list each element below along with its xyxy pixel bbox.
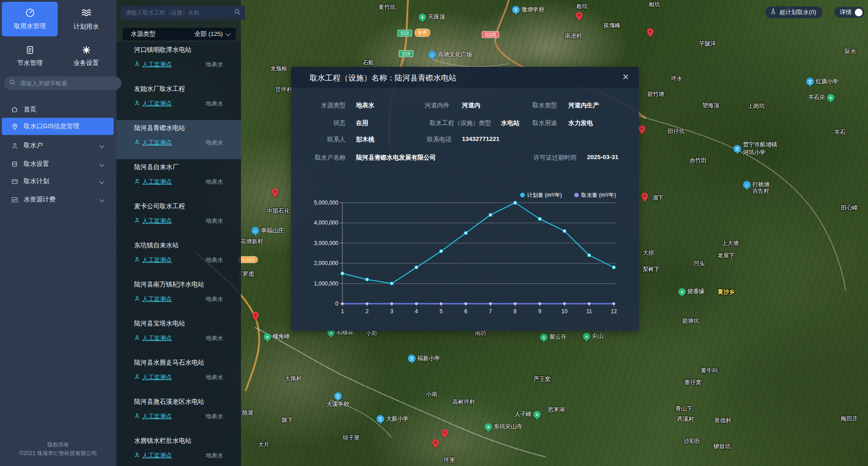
svg-text:2,000,000: 2,000,000: [314, 260, 339, 266]
map-marker-poi[interactable]: 文大溪学校: [326, 392, 349, 408]
manual-monitor-link[interactable]: 人工监测点: [142, 139, 172, 147]
field-value: 河道内生产: [568, 101, 599, 110]
map-marker-poi[interactable]: ⌂打铁塘: [743, 181, 770, 189]
map-pin-red[interactable]: [432, 439, 439, 450]
map-pin-red[interactable]: [639, 125, 646, 136]
station-name: 陆河县青磜水电站: [134, 124, 185, 132]
map-pin-red[interactable]: [642, 193, 648, 204]
sidebar-item-label: 取水设置: [24, 160, 49, 168]
map-label: 坪水: [671, 75, 682, 83]
station-name: 陆河县自来水厂: [134, 163, 179, 171]
poi-label: 红旗小学: [816, 78, 838, 85]
station-list-item[interactable]: 水唇镇水栏肚水电站人工监测点地表水: [116, 433, 241, 466]
map-marker-scenic[interactable]: ▲东坑尖山寺: [485, 423, 522, 431]
module-tile-1[interactable]: 取用水管理: [2, 2, 58, 36]
svg-text:12: 12: [611, 308, 617, 315]
manual-monitor-link[interactable]: 人工监测点: [142, 451, 172, 460]
sidebar-item-5[interactable]: 取水计划: [2, 173, 114, 190]
map-pin-red[interactable]: [252, 312, 259, 323]
field-label: 许可证过期时间: [508, 154, 577, 162]
manual-monitor-link[interactable]: 人工监测点: [142, 256, 172, 264]
map-marker-scenic[interactable]: ▲螺角嶂: [264, 333, 290, 341]
station-list-item[interactable]: 陆河县自来水厂人工监测点地表水: [116, 159, 241, 198]
manual-monitor-link[interactable]: 人工监测点: [142, 217, 172, 225]
svg-text:3,000,000: 3,000,000: [314, 240, 339, 246]
search-icon[interactable]: [234, 8, 241, 17]
station-list-item[interactable]: 河口镇唱歌潭水电站人工监测点地表水: [116, 42, 241, 81]
map-marker-poi[interactable]: 文墩塘学校: [512, 6, 544, 14]
manual-monitor-link[interactable]: 人工监测点: [142, 60, 172, 69]
keyword-search-input[interactable]: [19, 80, 117, 87]
map-label: 际光: [845, 48, 856, 55]
map-marker-poi[interactable]: 文大新小学: [376, 415, 409, 423]
station-name: 麦卡公司取水工程: [134, 202, 185, 210]
map-marker-scenic[interactable]: ▲人子嶂: [515, 411, 541, 418]
field-label: 取水类型: [489, 101, 557, 110]
sidebar-item-2[interactable]: 取水口GIS信息管理: [2, 118, 114, 135]
station-list-item[interactable]: 陆河县激石溪老区水电站人工监测点地表水: [116, 394, 241, 433]
card-icon: [10, 178, 19, 185]
station-list-item[interactable]: 陆河县青磜水电站人工监测点地表水: [116, 120, 241, 159]
manual-monitor-link[interactable]: 人工监测点: [142, 373, 172, 381]
map-marker-scenic[interactable]: ▲尖山: [583, 332, 603, 340]
map-marker-poi[interactable]: 文福新小学: [408, 355, 440, 362]
field-value: 2025-03-31: [587, 154, 618, 160]
field-value: 彭木桃: [356, 135, 375, 144]
module-tile-2[interactable]: 计划用水: [58, 2, 114, 36]
sidebar-item-3[interactable]: 取水户: [2, 137, 114, 154]
module-tile-4[interactable]: 业务设置: [58, 39, 114, 74]
map-label: 梨树下: [642, 266, 660, 273]
map-pin-red[interactable]: [442, 429, 448, 440]
keyword-search[interactable]: [4, 76, 121, 90]
sidebar-item-1[interactable]: 首页: [2, 101, 114, 118]
field-label: 河道内外: [381, 101, 449, 110]
map-marker-scenic[interactable]: ▲烧香缘: [678, 288, 705, 296]
station-list-item[interactable]: 陆河县水唇走马石水电站人工监测点地表水: [116, 355, 241, 394]
manual-monitor-link[interactable]: 人工监测点: [142, 100, 172, 108]
map-marker-poi[interactable]: ⌂高塘文化广场: [428, 51, 472, 59]
sidebar-item-6[interactable]: 水资源计费: [2, 191, 114, 208]
map-marker-poi[interactable]: ⌂幸福山庄: [251, 227, 284, 235]
over-plan-water-button[interactable]: 超计划取水(0): [765, 6, 823, 18]
map-marker-poi[interactable]: 文红旗小学: [806, 78, 838, 85]
manual-monitor-link[interactable]: 人工监测点: [142, 412, 172, 421]
map-pin-red[interactable]: [576, 12, 583, 23]
sidebar-item-label: 取水户: [24, 141, 43, 150]
station-list-item[interactable]: 麦卡公司取水工程人工监测点地表水: [116, 198, 241, 237]
station-search-input[interactable]: [125, 9, 234, 16]
manual-monitor-link[interactable]: 人工监测点: [142, 334, 172, 342]
close-icon[interactable]: ×: [622, 70, 629, 84]
person-icon: [134, 139, 140, 147]
station-list-item[interactable]: 陆河县宝塔水电站人工监测点地表水: [116, 316, 241, 355]
module-tile-3[interactable]: 节水管理: [2, 39, 58, 74]
water-source-type: 地表水: [206, 334, 223, 342]
map-pin-red[interactable]: [272, 188, 279, 199]
map-marker-scenic[interactable]: ▲天珠顶: [419, 13, 445, 21]
map-label: 大片: [258, 441, 270, 449]
gear-icon: [82, 45, 91, 56]
poi-icon: 文: [376, 415, 384, 423]
sidebar-item-label: 取水计划: [24, 177, 49, 185]
svg-text:5,000,000: 5,000,000: [314, 200, 339, 206]
scenic-label: 尖山: [592, 332, 603, 340]
map-marker-scenic[interactable]: ▲羊石尖: [808, 94, 835, 101]
station-list-item[interactable]: 友能水厂取水工程人工监测点地表水: [116, 81, 241, 120]
map-marker-scenic[interactable]: ▲聚云寺: [540, 333, 567, 341]
map-marker-poi[interactable]: 文普宁市船埔镇 河坑小学: [733, 141, 777, 156]
svg-text:11: 11: [586, 308, 592, 315]
svg-text:取水量 (m³/年): 取水量 (m³/年): [581, 192, 616, 198]
water-source-filter[interactable]: 水源类型 全部 (125): [123, 28, 236, 40]
station-search[interactable]: [120, 6, 245, 20]
map-label: 坝子里: [342, 434, 360, 442]
field-label: 水源类型: [277, 101, 346, 110]
station-name: 东坑镇自来水站: [134, 241, 179, 250]
map-label: 大排: [643, 249, 654, 257]
station-list-item[interactable]: 东坑镇自来水站人工监测点地表水: [116, 237, 241, 276]
detail-toggle[interactable]: 详情: [834, 7, 864, 18]
person-icon: [134, 256, 140, 264]
manual-monitor-link[interactable]: 人工监测点: [142, 295, 172, 303]
manual-monitor-link[interactable]: 人工监测点: [142, 178, 172, 186]
map-pin-red[interactable]: [647, 28, 654, 39]
sidebar-item-4[interactable]: 取水设置: [2, 155, 114, 173]
station-list-item[interactable]: 陆河县南万镇杞洋水电站人工监测点地表水: [116, 276, 241, 316]
